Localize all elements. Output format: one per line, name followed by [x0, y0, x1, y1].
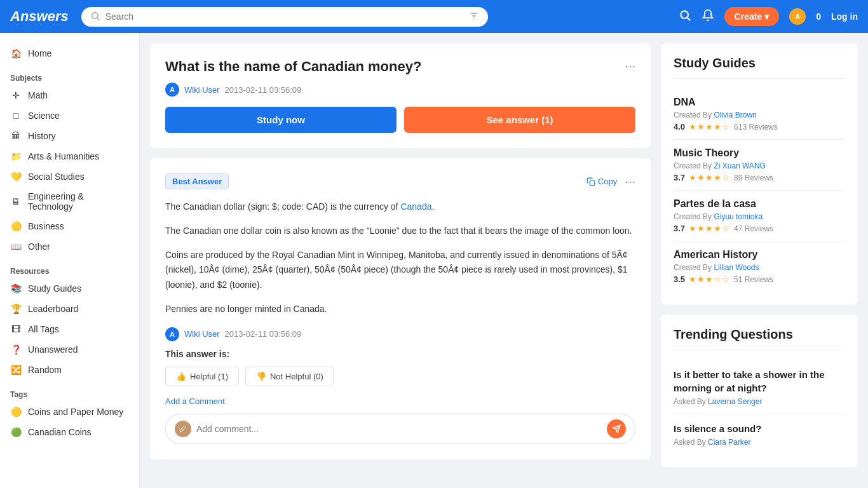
copy-button[interactable]: Copy	[587, 177, 617, 186]
search-input[interactable]	[105, 11, 464, 22]
sg-author-link[interactable]: Lillian Woods	[714, 263, 759, 272]
sg-author-link[interactable]: Olivia Brown	[714, 111, 756, 119]
sidebar-item-other[interactable]: 📖Other	[0, 236, 139, 257]
sg-author-link[interactable]: Zi Xuan WANG	[714, 161, 766, 170]
author-link[interactable]: Wiki User	[184, 85, 220, 95]
trending-asked: Asked By Laverna Senger	[674, 397, 845, 406]
svg-point-0	[92, 12, 97, 18]
add-comment-link[interactable]: Add a Comment	[165, 396, 635, 406]
study-guide-item: DNA Created By Olivia Brown 4.0 ★★★★☆ 61…	[674, 89, 845, 140]
resources-label: Resources	[0, 262, 139, 278]
create-button[interactable]: Create ▾	[724, 7, 780, 26]
sidebar-item-arts[interactable]: 📁Arts & Humanities	[0, 146, 139, 166]
sg-created: Created By Zi Xuan WANG	[674, 161, 845, 170]
sidebar-item-social[interactable]: 💛Social Studies	[0, 166, 139, 187]
author-avatar: A	[165, 83, 179, 97]
send-comment-button[interactable]	[607, 419, 626, 438]
helpful-button[interactable]: 👍 Helpful (1)	[165, 367, 239, 386]
canada-link[interactable]: Canada	[400, 201, 431, 212]
study-guide-item: Partes de la casa Created By Giyuu tomio…	[674, 191, 845, 241]
sidebar-item-random[interactable]: 🔀Random	[0, 360, 139, 380]
sidebar-item-math[interactable]: ✛Math	[0, 85, 139, 105]
main-content: What is the name of Canadian money? ··· …	[140, 33, 868, 488]
study-guide-name[interactable]: American History	[674, 249, 845, 261]
sidebar-item-science[interactable]: □Science	[0, 105, 139, 126]
answer-para-2: The Canadian one dollar coin is also kno…	[165, 224, 635, 239]
sidebar-item-leaderboard[interactable]: 🏆Leaderboard	[0, 299, 139, 319]
notification-icon[interactable]	[702, 9, 714, 25]
social-icon: 💛	[10, 171, 22, 182]
history-icon: 🏛	[10, 130, 22, 142]
sidebar-item-study-guides[interactable]: 📚Study Guides	[0, 278, 139, 299]
study-guide-item: American History Created By Lillian Wood…	[674, 241, 845, 292]
trending-item: Is silence a sound? Asked By Ciara Parke…	[674, 414, 845, 454]
sg-rating: 3.7 ★★★★☆ 47 Reviews	[674, 224, 845, 233]
sg-reviews: 51 Reviews	[734, 275, 773, 284]
question-date: 2013-02-11 03:56:09	[225, 85, 302, 95]
sg-created: Created By Giyuu tomioka	[674, 212, 845, 221]
sidebar-item-coins-paper[interactable]: 🟡Coins and Paper Money	[0, 402, 139, 422]
trending-author-link[interactable]: Laverna Senger	[708, 397, 762, 406]
sidebar-item-all-tags[interactable]: 🎞All Tags	[0, 319, 139, 339]
study-guide-name[interactable]: Music Theory	[674, 147, 845, 159]
sidebar-item-engineering[interactable]: 🖥Engineering & Technology	[0, 187, 139, 216]
sidebar-item-home[interactable]: 🏠 Home	[0, 43, 139, 64]
study-guide-item: Music Theory Created By Zi Xuan WANG 3.7…	[674, 140, 845, 191]
coin-badge: A	[789, 8, 806, 25]
question-title: What is the name of Canadian money?	[165, 58, 625, 75]
coins-paper-icon: 🟡	[10, 406, 22, 417]
sidebar-item-history[interactable]: 🏛History	[0, 126, 139, 146]
science-icon: □	[10, 110, 22, 121]
filter-icon[interactable]	[469, 11, 479, 23]
math-icon: ✛	[10, 90, 22, 101]
trending-question[interactable]: Is it better to take a shower in the mor…	[674, 368, 845, 395]
study-guide-name[interactable]: DNA	[674, 97, 845, 108]
search-icon-header[interactable]	[679, 9, 691, 25]
study-now-button[interactable]: Study now	[165, 107, 397, 133]
comment-input[interactable]	[196, 424, 602, 434]
unanswered-icon: ❓	[10, 344, 22, 355]
comment-avatar: 🖊	[175, 421, 191, 437]
answer-author-link[interactable]: Wiki User	[184, 329, 220, 339]
sg-score: 3.7	[674, 173, 685, 182]
subjects-label: Subjects	[0, 69, 139, 85]
sidebar-item-unanswered[interactable]: ❓Unanswered	[0, 339, 139, 360]
arts-icon: 📁	[10, 151, 22, 162]
question-card: What is the name of Canadian money? ··· …	[150, 43, 651, 148]
sg-reviews: 47 Reviews	[734, 224, 773, 233]
tags-list: 🟡Coins and Paper Money🟢Canadian Coins	[0, 402, 139, 442]
see-answer-button[interactable]: See answer (1)	[404, 107, 635, 133]
helpful-buttons: 👍 Helpful (1) 👎 Not Helpful (0)	[165, 367, 635, 386]
leaderboard-icon: 🏆	[10, 303, 22, 315]
more-options-icon[interactable]: ···	[625, 58, 635, 73]
engineering-icon: 🖥	[10, 196, 22, 207]
subjects-list: ✛Math□Science🏛History📁Arts & Humanities💛…	[0, 85, 139, 257]
study-guide-name[interactable]: Partes de la casa	[674, 198, 845, 210]
all-tags-icon: 🎞	[10, 323, 22, 335]
sidebar-item-business[interactable]: 🟡Business	[0, 216, 139, 236]
answer-author-avatar: A	[165, 327, 179, 341]
study-guides-title: Study Guides	[674, 56, 845, 79]
right-sidebar: Study Guides DNA Created By Olivia Brown…	[661, 43, 858, 477]
trending-card: Trending Questions Is it better to take …	[661, 315, 858, 467]
sg-created: Created By Olivia Brown	[674, 111, 845, 119]
trending-list: Is it better to take a shower in the mor…	[674, 360, 845, 454]
sg-score: 4.0	[674, 122, 685, 132]
thumbs-up-icon: 👍	[176, 372, 186, 381]
logo: Answers	[10, 8, 69, 25]
answer-meta: A Wiki User 2013-02-11 03:56:09	[165, 327, 635, 341]
trending-question[interactable]: Is silence a sound?	[674, 422, 845, 435]
login-button[interactable]: Log in	[831, 11, 858, 22]
sg-rating: 3.7 ★★★★☆ 89 Reviews	[674, 173, 845, 182]
chevron-down-icon: ▾	[764, 11, 769, 22]
answer-body: The Canadian dollar (sign: $; code: CAD)…	[165, 200, 635, 317]
trending-author-link[interactable]: Ciara Parker	[708, 438, 750, 447]
answer-more-icon[interactable]: ···	[625, 174, 635, 189]
trending-title: Trending Questions	[674, 327, 845, 350]
not-helpful-button[interactable]: 👎 Not Helpful (0)	[245, 367, 334, 386]
home-icon: 🏠	[10, 48, 22, 59]
sg-author-link[interactable]: Giyuu tomioka	[714, 212, 763, 221]
study-guides-list: DNA Created By Olivia Brown 4.0 ★★★★☆ 61…	[674, 89, 845, 292]
coins-count: 0	[816, 11, 821, 22]
sidebar-item-canadian-coins[interactable]: 🟢Canadian Coins	[0, 422, 139, 442]
